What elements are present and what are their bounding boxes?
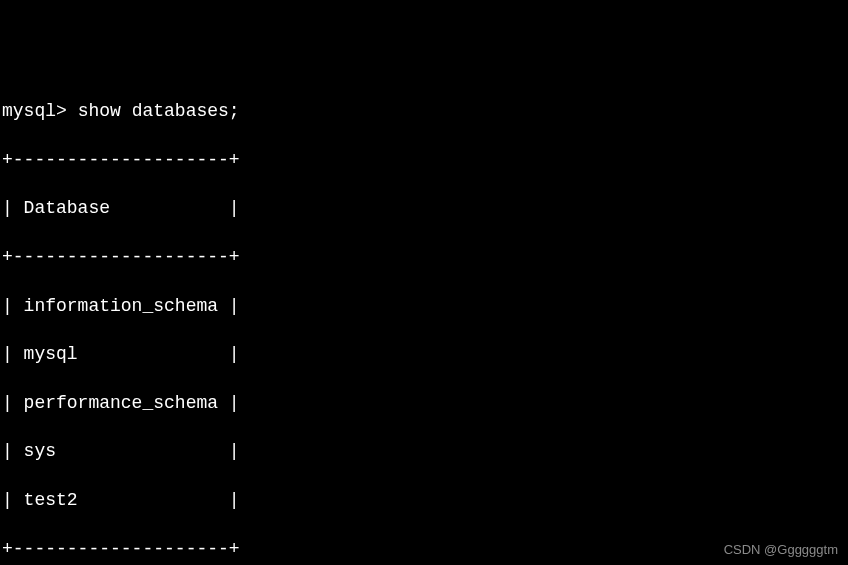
db-table-row: | sys | (2, 439, 846, 463)
db-table-row: | performance_schema | (2, 391, 846, 415)
prompt-line-show-databases[interactable]: mysql> show databases; (2, 99, 846, 123)
mysql-prompt: mysql> (2, 101, 67, 121)
db-table-sep-bottom: +--------------------+ (2, 537, 846, 561)
watermark: CSDN @Ggggggtm (724, 541, 838, 559)
db-table-row: | mysql | (2, 342, 846, 366)
command-show-databases: show databases; (78, 101, 240, 121)
db-table-sep-mid: +--------------------+ (2, 245, 846, 269)
db-table-row: | information_schema | (2, 294, 846, 318)
db-table-row: | test2 | (2, 488, 846, 512)
db-table-sep-top: +--------------------+ (2, 148, 846, 172)
db-table-header: | Database | (2, 196, 846, 220)
